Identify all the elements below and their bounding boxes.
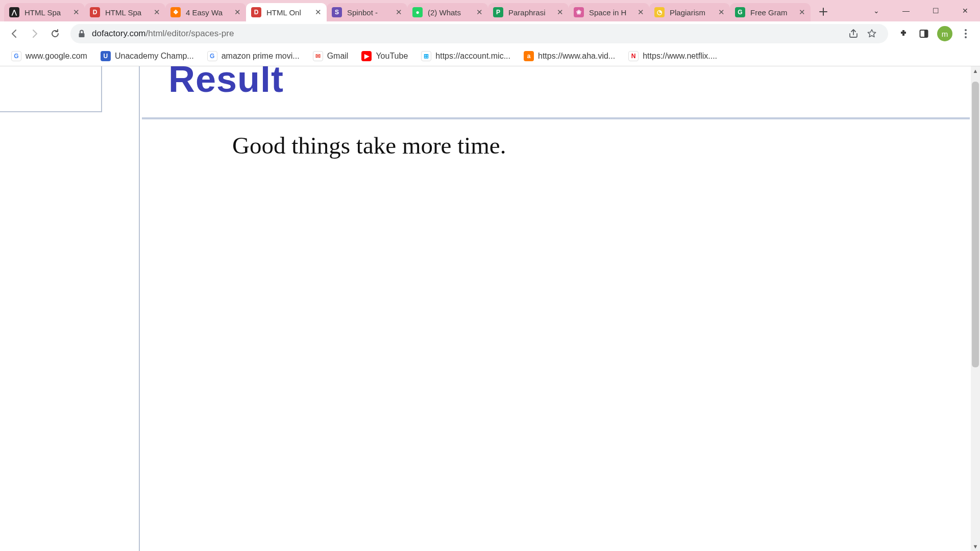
tab-title: 4 Easy Wa bbox=[186, 8, 233, 17]
bookmark-item[interactable]: ahttps://www.aha.vid... bbox=[519, 48, 620, 64]
svg-rect-2 bbox=[924, 30, 928, 37]
browser-tab[interactable]: PParaphrasi✕ bbox=[488, 3, 569, 21]
bookmarks-bar: Gwww.google.comUUnacademy Champ...Gamazo… bbox=[0, 46, 980, 66]
bookmark-favicon-icon: N bbox=[628, 51, 639, 61]
browser-tab[interactable]: ◔Plagiarism✕ bbox=[649, 3, 730, 21]
tab-favicon-icon: ◔ bbox=[654, 7, 665, 17]
tab-title: Space in H bbox=[589, 8, 636, 17]
tab-favicon-icon: ⋀ bbox=[9, 7, 19, 17]
back-button[interactable] bbox=[5, 24, 23, 43]
bookmark-star-icon[interactable] bbox=[863, 24, 881, 43]
close-tab-icon[interactable]: ✕ bbox=[797, 8, 806, 17]
bookmark-item[interactable]: Nhttps://www.netflix.... bbox=[623, 48, 722, 64]
result-frame bbox=[142, 117, 970, 546]
tab-favicon-icon: S bbox=[332, 7, 342, 17]
bookmark-label: Gmail bbox=[327, 52, 349, 61]
close-tab-icon[interactable]: ✕ bbox=[717, 8, 726, 17]
close-window-button[interactable]: ✕ bbox=[950, 0, 980, 21]
close-tab-icon[interactable]: ✕ bbox=[152, 8, 161, 17]
bookmark-label: www.google.com bbox=[26, 52, 87, 61]
close-tab-icon[interactable]: ✕ bbox=[233, 8, 242, 17]
extensions-icon[interactable] bbox=[894, 24, 913, 43]
bookmark-item[interactable]: ⊞https://account.mic... bbox=[416, 48, 516, 64]
tab-title: Plagiarism bbox=[670, 8, 717, 17]
browser-tab[interactable]: ⋀HTML Spa✕ bbox=[4, 3, 85, 21]
close-tab-icon[interactable]: ✕ bbox=[475, 8, 484, 17]
browser-tab[interactable]: DHTML Onl✕ bbox=[246, 3, 327, 21]
kebab-menu-icon[interactable] bbox=[957, 24, 975, 43]
url-host: dofactory.com bbox=[92, 29, 146, 39]
share-icon[interactable] bbox=[844, 24, 863, 43]
bookmark-item[interactable]: Gamazon prime movi... bbox=[202, 48, 305, 64]
browser-tab[interactable]: ●(2) Whats✕ bbox=[407, 3, 488, 21]
reload-button[interactable] bbox=[46, 24, 64, 43]
bookmark-item[interactable]: ✉Gmail bbox=[308, 48, 354, 64]
svg-point-5 bbox=[965, 36, 967, 38]
window-controls: ⌄ — ☐ ✕ bbox=[862, 0, 980, 21]
tab-title: Free Gram bbox=[750, 8, 797, 17]
browser-tab[interactable]: GFree Gram✕ bbox=[730, 3, 811, 21]
bookmark-label: https://account.mic... bbox=[435, 52, 510, 61]
close-tab-icon[interactable]: ✕ bbox=[71, 8, 81, 17]
minimize-button[interactable]: — bbox=[891, 0, 921, 21]
tab-favicon-icon: P bbox=[493, 7, 503, 17]
editor-left-gutter bbox=[0, 66, 102, 112]
bookmark-label: https://www.aha.vid... bbox=[538, 52, 615, 61]
browser-tab[interactable]: DHTML Spa✕ bbox=[85, 3, 165, 21]
bookmark-favicon-icon: ✉ bbox=[313, 51, 323, 61]
tab-search-button[interactable]: ⌄ bbox=[862, 0, 891, 21]
profile-avatar[interactable]: m bbox=[937, 26, 952, 41]
toolbar: dofactory.com/html/editor/spaces-pre m bbox=[0, 21, 980, 46]
tab-favicon-icon: ❀ bbox=[574, 7, 584, 17]
vertical-scrollbar[interactable]: ▲ ▼ bbox=[971, 66, 980, 551]
tabs-container: ⋀HTML Spa✕DHTML Spa✕❖4 Easy Wa✕DHTML Onl… bbox=[4, 2, 811, 21]
side-panel-icon[interactable] bbox=[915, 24, 933, 43]
bookmark-label: https://www.netflix.... bbox=[643, 52, 717, 61]
bookmark-favicon-icon: a bbox=[524, 51, 534, 61]
page-viewport: Result Good things take more time. ▲ ▼ bbox=[0, 66, 980, 551]
bookmark-item[interactable]: ▶YouTube bbox=[356, 48, 413, 64]
scroll-down-arrow[interactable]: ▼ bbox=[971, 542, 980, 551]
tab-title: HTML Spa bbox=[24, 8, 71, 17]
bookmark-label: amazon prime movi... bbox=[222, 52, 300, 61]
svg-rect-0 bbox=[79, 33, 85, 37]
result-heading: Result bbox=[168, 66, 284, 100]
bookmark-label: YouTube bbox=[376, 52, 408, 61]
browser-tab[interactable]: ❀Space in H✕ bbox=[569, 3, 649, 21]
tab-favicon-icon: D bbox=[251, 7, 261, 17]
svg-point-4 bbox=[965, 33, 967, 35]
lock-icon bbox=[78, 29, 86, 38]
tab-favicon-icon: G bbox=[735, 7, 745, 17]
bookmark-favicon-icon: U bbox=[101, 51, 111, 61]
new-tab-button[interactable] bbox=[815, 3, 832, 20]
tab-favicon-icon: D bbox=[90, 7, 100, 17]
close-tab-icon[interactable]: ✕ bbox=[394, 8, 403, 17]
tab-title: Spinbot - bbox=[347, 8, 394, 17]
bookmark-favicon-icon: ▶ bbox=[361, 51, 372, 61]
bookmark-item[interactable]: UUnacademy Champ... bbox=[95, 48, 199, 64]
scroll-thumb[interactable] bbox=[972, 82, 979, 367]
tab-strip: ⋀HTML Spa✕DHTML Spa✕❖4 Easy Wa✕DHTML Onl… bbox=[0, 0, 980, 21]
scroll-up-arrow[interactable]: ▲ bbox=[971, 66, 980, 76]
browser-tab[interactable]: ❖4 Easy Wa✕ bbox=[165, 3, 246, 21]
tab-title: Paraphrasi bbox=[508, 8, 555, 17]
bookmark-favicon-icon: G bbox=[11, 51, 21, 61]
close-tab-icon[interactable]: ✕ bbox=[313, 8, 323, 17]
url-path: /html/editor/spaces-pre bbox=[146, 29, 234, 39]
tab-favicon-icon: ❖ bbox=[170, 7, 181, 17]
forward-button[interactable] bbox=[26, 24, 44, 43]
close-tab-icon[interactable]: ✕ bbox=[636, 8, 645, 17]
browser-tab[interactable]: SSpinbot -✕ bbox=[327, 3, 407, 21]
maximize-button[interactable]: ☐ bbox=[921, 0, 950, 21]
tab-favicon-icon: ● bbox=[412, 7, 423, 17]
address-bar[interactable]: dofactory.com/html/editor/spaces-pre bbox=[70, 24, 888, 43]
tab-title: HTML Onl bbox=[266, 8, 313, 17]
result-body-text: Good things take more time. bbox=[232, 132, 506, 159]
tab-title: (2) Whats bbox=[428, 8, 475, 17]
bookmark-favicon-icon: G bbox=[207, 51, 217, 61]
bookmark-favicon-icon: ⊞ bbox=[421, 51, 431, 61]
bookmark-item[interactable]: Gwww.google.com bbox=[6, 48, 92, 64]
bookmark-label: Unacademy Champ... bbox=[115, 52, 194, 61]
tab-title: HTML Spa bbox=[105, 8, 152, 17]
close-tab-icon[interactable]: ✕ bbox=[555, 8, 565, 17]
